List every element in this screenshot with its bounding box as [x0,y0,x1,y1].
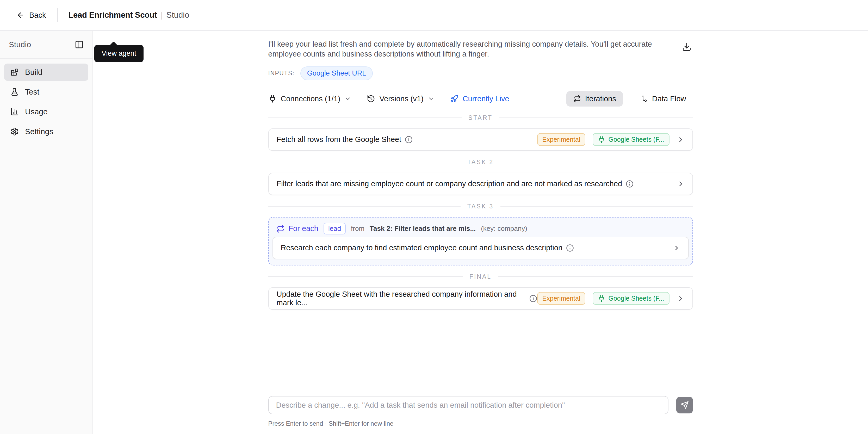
export-button[interactable] [680,41,693,53]
sidebar-item-label: Settings [25,127,53,136]
task-card-task3[interactable]: Research each company to find estimated … [273,237,689,259]
page-title: Lead Enrichment Scout | Studio [68,10,189,20]
panel-left-icon [75,40,84,49]
experimental-badge: Experimental [537,292,586,305]
main-panel: I'll keep your lead list fresh and compl… [93,31,868,434]
change-request-input[interactable] [268,396,669,414]
agent-description: I'll keep your lead list fresh and compl… [268,39,663,59]
inputs-row: INPUTS: Google Sheet URL [268,66,693,80]
sidebar-item-label: Build [25,68,42,76]
arrow-left-icon [17,11,25,19]
foreach-header: For each lead from Task 2: Filter leads … [273,221,689,237]
toolbar: Connections (1/1) Versions (v1) [268,91,693,106]
sidebar-item-label: Usage [25,107,48,116]
plug-icon [598,295,605,302]
loop-item-chip[interactable]: lead [323,223,346,235]
currently-live-label: Currently Live [463,95,509,103]
chevron-right-icon[interactable] [677,136,685,144]
sidebar-item-label: Test [25,88,39,96]
foreach-loop-container: For each lead from Task 2: Filter leads … [268,217,693,266]
send-button[interactable] [676,397,693,413]
sidebar-collapse-button[interactable] [74,39,85,50]
sidebar-nav: Build Test Usage [0,59,92,145]
info-icon[interactable] [626,180,633,188]
inputs-label: INPUTS: [268,70,294,77]
bar-chart-icon [10,107,19,116]
plug-icon [598,136,605,143]
repeat-icon [573,95,581,103]
history-icon [367,95,375,103]
rocket-icon [450,95,459,103]
chevron-down-icon [428,95,435,102]
foreach-label: For each [289,224,318,233]
loop-source: Task 2: Filter leads that are mis... [370,224,476,232]
iterations-label: Iterations [585,95,616,103]
task-card-task2[interactable]: Filter leads that are missing employee c… [268,173,693,195]
blocks-icon [10,68,19,76]
back-label: Back [29,11,46,20]
task-card-start[interactable]: Fetch all rows from the Google Sheet Exp… [268,128,693,151]
composer: Press Enter to send · Shift+Enter for ne… [268,396,693,434]
repeat-icon [276,224,284,233]
loop-key: (key: company) [481,224,527,232]
sidebar: Studio Build [0,31,93,434]
tooltip-label: View agent [102,50,136,57]
loop-from-word: from [351,224,365,232]
back-button[interactable]: Back [17,11,46,20]
send-icon [680,401,689,409]
google-sheets-connector-badge: Google Sheets (F... [593,292,669,305]
plug-icon [268,95,277,103]
header-divider [57,8,58,22]
chevron-right-icon[interactable] [673,244,680,252]
gear-icon [10,127,19,136]
task-title: Filter leads that are missing employee c… [277,180,622,188]
agent-name: Lead Enrichment Scout [68,10,157,20]
sidebar-item-usage[interactable]: Usage [4,103,88,120]
section-task3: TASK 3 [268,203,693,210]
studio-app: Back Lead Enrichment Scout | Studio View… [0,0,868,434]
title-separator: | [160,10,162,20]
route-icon [640,95,648,103]
header: Back Lead Enrichment Scout | Studio [0,0,868,31]
info-icon[interactable] [566,244,574,252]
section-task2: TASK 2 [268,159,693,166]
sidebar-item-build[interactable]: Build [4,64,88,81]
section-final: FINAL [268,273,693,280]
versions-label: Versions (v1) [379,95,423,103]
data-flow-tab[interactable]: Data Flow [633,91,693,106]
section-label: TASK 2 [467,159,494,166]
task-title: Update the Google Sheet with the researc… [277,290,526,307]
chevron-right-icon[interactable] [677,180,685,188]
sidebar-item-test[interactable]: Test [4,83,88,100]
versions-dropdown[interactable]: Versions (v1) [367,95,434,103]
connections-label: Connections (1/1) [281,95,340,103]
section-label: FINAL [469,273,492,280]
currently-live-button[interactable]: Currently Live [450,95,509,103]
sidebar-item-settings[interactable]: Settings [4,123,88,140]
info-icon[interactable] [405,136,413,144]
section-label: START [468,114,493,121]
task-card-final[interactable]: Update the Google Sheet with the researc… [268,287,693,310]
task-title: Research each company to find estimated … [281,244,563,252]
google-sheets-connector-badge: Google Sheets (F... [593,133,669,146]
chevron-right-icon[interactable] [677,294,685,303]
connections-dropdown[interactable]: Connections (1/1) [268,95,351,103]
composer-hint: Press Enter to send · Shift+Enter for ne… [268,420,693,427]
input-chip-google-sheet-url: Google Sheet URL [300,66,373,80]
title-subtitle: Studio [166,10,189,20]
task-title: Fetch all rows from the Google Sheet [277,135,401,144]
section-label: TASK 3 [467,203,494,210]
sidebar-title: Studio [9,40,31,49]
info-icon[interactable] [529,294,537,303]
flask-icon [10,88,19,96]
iterations-tab[interactable]: Iterations [566,91,623,106]
experimental-badge: Experimental [537,133,586,146]
data-flow-label: Data Flow [652,95,686,103]
view-agent-tooltip: View agent [94,45,144,62]
chevron-down-icon [344,95,351,102]
section-start: START [268,114,693,121]
download-icon [682,42,691,52]
